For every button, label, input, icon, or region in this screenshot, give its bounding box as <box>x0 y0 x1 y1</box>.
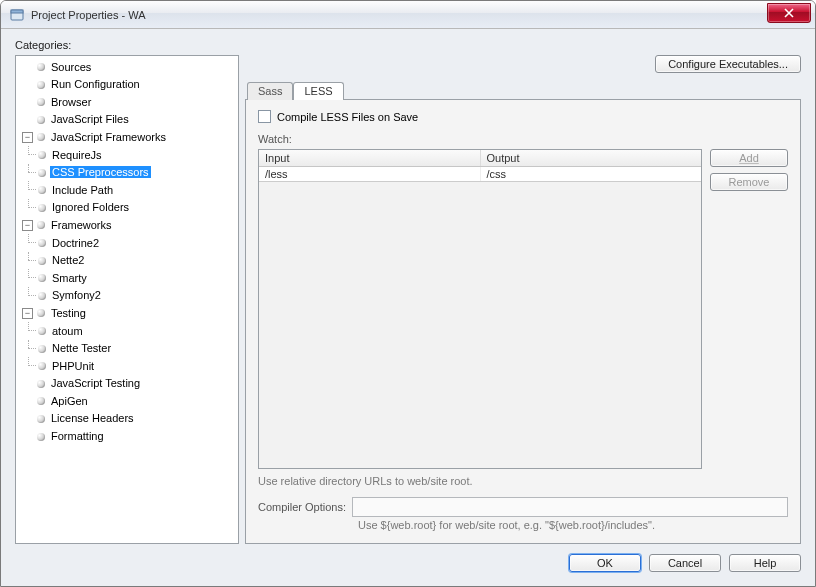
bullet-icon <box>38 169 46 177</box>
tree-item-formatting[interactable]: Formatting <box>49 430 106 442</box>
window-title: Project Properties - WA <box>31 9 146 21</box>
bullet-icon <box>38 362 46 370</box>
tree-item-doctrine2[interactable]: Doctrine2 <box>50 237 101 249</box>
tree-item-ignored-folders[interactable]: Ignored Folders <box>50 201 131 213</box>
bullet-icon <box>38 239 46 247</box>
bullet-icon <box>37 98 45 106</box>
tree-item-phpunit[interactable]: PHPUnit <box>50 360 96 372</box>
tree-item-nette2[interactable]: Nette2 <box>50 254 86 266</box>
table-empty-area <box>259 182 701 468</box>
watch-table[interactable]: Input Output /less /css <box>258 149 702 469</box>
expand-icon[interactable]: − <box>22 220 33 231</box>
svg-rect-1 <box>11 10 23 13</box>
tree-item-css-preprocessors[interactable]: CSS Preprocessors <box>50 166 151 178</box>
titlebar: Project Properties - WA <box>1 1 815 29</box>
tab-sass[interactable]: Sass <box>247 82 293 100</box>
add-watch-button[interactable]: Add <box>710 149 788 167</box>
compiler-options-label: Compiler Options: <box>258 501 346 513</box>
col-output[interactable]: Output <box>481 150 702 166</box>
bullet-icon <box>38 204 46 212</box>
help-button[interactable]: Help <box>729 554 801 572</box>
app-icon <box>9 7 25 23</box>
bullet-icon <box>37 433 45 441</box>
tree-item-nette-tester[interactable]: Nette Tester <box>50 342 113 354</box>
bullet-icon <box>38 151 46 159</box>
bullet-icon <box>38 257 46 265</box>
tree-item-js-testing[interactable]: JavaScript Testing <box>49 377 142 389</box>
settings-panel: Configure Executables... Sass LESS Compi… <box>245 55 801 544</box>
bullet-icon <box>37 116 45 124</box>
tree-item-apigen[interactable]: ApiGen <box>49 395 90 407</box>
bullet-icon <box>38 345 46 353</box>
bullet-icon <box>37 397 45 405</box>
table-row[interactable]: /less /css <box>259 167 701 182</box>
bullet-icon <box>37 415 45 423</box>
expand-icon[interactable]: − <box>22 132 33 143</box>
tree-item-js-frameworks[interactable]: JavaScript Frameworks <box>49 131 168 143</box>
remove-watch-button[interactable]: Remove <box>710 173 788 191</box>
tree-item-browser[interactable]: Browser <box>49 96 93 108</box>
tree-item-requirejs[interactable]: RequireJs <box>50 149 104 161</box>
preprocessor-tabs: Sass LESS <box>247 81 801 99</box>
bullet-icon <box>37 81 45 89</box>
tab-less[interactable]: LESS <box>293 82 343 100</box>
bullet-icon <box>38 274 46 282</box>
tree-item-frameworks[interactable]: Frameworks <box>49 219 114 231</box>
tree-item-symfony2[interactable]: Symfony2 <box>50 289 103 301</box>
tab-body-less: Compile LESS Files on Save Watch: Input … <box>245 99 801 544</box>
ok-button[interactable]: OK <box>569 554 641 572</box>
bullet-icon <box>37 221 45 229</box>
cell-output[interactable]: /css <box>481 167 702 181</box>
bullet-icon <box>37 380 45 388</box>
tree-item-run-config[interactable]: Run Configuration <box>49 78 142 90</box>
categories-tree[interactable]: Sources Run Configuration Browser JavaSc… <box>15 55 239 544</box>
dialog-footer: OK Cancel Help <box>15 544 801 572</box>
compile-on-save-label: Compile LESS Files on Save <box>277 111 418 123</box>
compile-on-save-checkbox[interactable] <box>258 110 271 123</box>
dialog-content: Categories: Sources Run Configuration Br… <box>1 29 815 586</box>
watch-label: Watch: <box>258 133 788 145</box>
tree-item-sources[interactable]: Sources <box>49 61 93 73</box>
col-input[interactable]: Input <box>259 150 481 166</box>
configure-executables-button[interactable]: Configure Executables... <box>655 55 801 73</box>
close-button[interactable] <box>767 3 811 23</box>
tree-item-license-headers[interactable]: License Headers <box>49 412 136 424</box>
cancel-button[interactable]: Cancel <box>649 554 721 572</box>
tree-item-smarty[interactable]: Smarty <box>50 272 89 284</box>
tree-item-js-files[interactable]: JavaScript Files <box>49 113 131 125</box>
expand-icon[interactable]: − <box>22 308 33 319</box>
bullet-icon <box>38 186 46 194</box>
compiler-options-hint: Use ${web.root} for web/site root, e.g. … <box>358 519 788 531</box>
tree-item-testing[interactable]: Testing <box>49 307 88 319</box>
bullet-icon <box>38 292 46 300</box>
bullet-icon <box>37 133 45 141</box>
categories-label: Categories: <box>15 39 801 51</box>
compiler-options-input[interactable] <box>352 497 788 517</box>
bullet-icon <box>37 309 45 317</box>
url-hint: Use relative directory URLs to web/site … <box>258 475 788 487</box>
cell-input[interactable]: /less <box>259 167 481 181</box>
tree-item-include-path[interactable]: Include Path <box>50 184 115 196</box>
bullet-icon <box>37 63 45 71</box>
tree-item-atoum[interactable]: atoum <box>50 325 85 337</box>
bullet-icon <box>38 327 46 335</box>
